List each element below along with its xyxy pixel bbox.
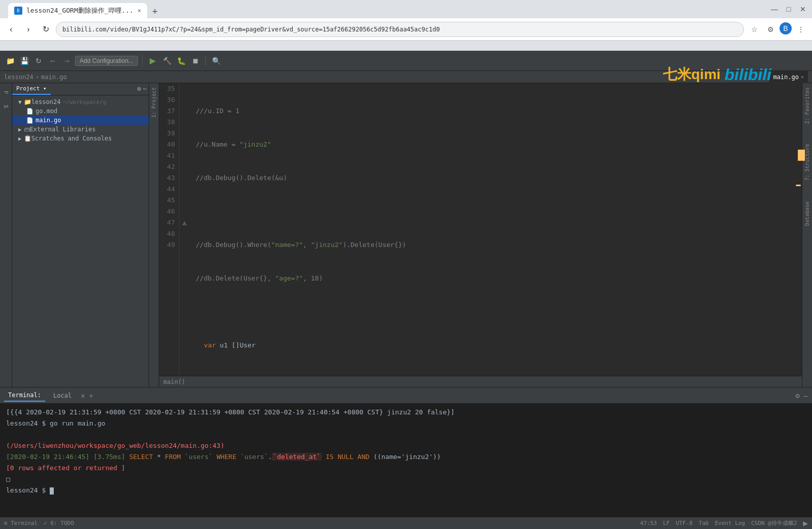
tree-label-gomod: go.mod [36,108,57,115]
new-tab-btn[interactable]: + [147,3,162,18]
editor-tab-label: main.go [773,74,799,81]
profile-btn[interactable]: B [780,22,792,34]
terminal-line-1: [{{4 2020-02-19 21:31:59 +0800 CST 2020-… [6,407,806,418]
editor-file-tab[interactable]: main.go ✕ [769,71,808,83]
file-icon-maingo: 📄 [26,117,33,124]
tree-label-maingo: main.go [36,117,61,124]
scroll-marker-warning [796,185,801,186]
terminal-line-5: [2020-02-19 21:46:45] [3.75ms] SELECT * … [6,451,806,463]
right-panel-labels: 2: Favorites 7: Structure Database [802,83,812,387]
forward-btn[interactable]: › [21,22,36,37]
browser-tab[interactable]: B lesson24_GORM删除操作_哔哩... × [8,3,147,18]
nav-icons: ☆ ⚙ B ⋮ [747,22,808,37]
save-btn[interactable]: 💾 [18,55,30,67]
extensions-btn[interactable]: ⚙ [763,22,778,37]
tab-close-btn[interactable]: × [137,7,141,14]
tree-item-external[interactable]: ▶ 🗃 External Libraries [12,125,149,134]
warning-icon-47: ⚠ [180,217,190,228]
terminal-tab[interactable]: Terminal: [4,390,45,402]
editor-content: 35 36 37 38 39 40 41 42 43 44 45 46 47 4… [159,83,802,376]
structure-icon[interactable]: S [1,101,11,112]
address-bar[interactable]: bilibili.com/video/BV1gJ411p7xC/?p=24&sp… [56,22,744,37]
tab-title: lesson24_GORM删除操作_哔哩... [26,6,133,15]
event-log[interactable]: Event Log [715,520,745,526]
close-btn[interactable]: ✕ [798,4,808,14]
terminal-minimize-icon[interactable]: – [804,392,808,400]
vert-label-structure[interactable]: 7: Structure [804,144,810,181]
breadcrumb-lesson24[interactable]: lesson24 [4,74,33,81]
terminal-header-right: ⚙ – [795,392,808,400]
project-tree: ▼ 📁 lesson24 ~/workspace/g 📄 go.mod 📄 ma… [12,95,149,387]
ide-body: P S Project ▾ ⚙ – ▼ 📁 lesson24 ~/workspa… [0,83,812,387]
tree-item-maingo[interactable]: 📄 main.go [12,116,149,125]
terminal-line-8: lesson24 $ [6,485,806,496]
terminal-settings-icon[interactable]: ⚙ [795,392,799,400]
code-line-42: var u1 []User [196,340,789,351]
menu-btn[interactable]: ⋮ [794,22,808,37]
forward-ide-btn[interactable]: → [61,55,73,67]
local-tab[interactable]: Local [49,390,76,401]
breadcrumb-maingo[interactable]: main.go [41,74,67,81]
panel-settings-icon[interactable]: ⚙ [137,85,141,93]
gutter: ⚠ [180,83,190,376]
terminal-line-3 [6,429,806,440]
tree-hint-lesson24: ~/workspace/g [62,99,106,105]
ide-container: 📁 💾 ↻ ← → Add Configuration... ▶ 🔨 🐛 ⏹ 🔍… [0,51,812,529]
browser-chrome: B lesson24_GORM删除操作_哔哩... × + — □ ✕ ‹ › … [0,0,812,51]
code-line-36: //u.Name = "jinzu2" [196,139,789,150]
reload-btn[interactable]: ↻ [39,22,53,37]
right-gutter [795,83,802,376]
project-panel: Project ▾ ⚙ – ▼ 📁 lesson24 ~/workspace/g [12,83,149,387]
title-bar: B lesson24_GORM删除操作_哔哩... × + — □ ✕ [0,0,812,18]
run-btn[interactable]: ▶ [147,55,159,67]
search-btn[interactable]: 🔍 [210,55,222,67]
todo-status-tab[interactable]: ✓ 6: TODO [44,520,74,526]
nav-bar: ‹ › ↻ bilibili.com/video/BV1gJ411p7xC/?p… [0,18,812,41]
tab-close-local[interactable]: ✕ [81,392,85,400]
code-line-39: //db.Debug().Where("name=?", "jinzu2").D… [196,239,789,251]
vert-label-project[interactable]: 1: Project [151,87,157,118]
add-terminal-btn[interactable]: + [89,392,93,400]
ide-toolbar: 📁 💾 ↻ ← → Add Configuration... ▶ 🔨 🐛 ⏹ 🔍 [0,51,812,71]
maximize-btn[interactable]: □ [784,4,794,14]
terminal-content[interactable]: [{{4 2020-02-19 21:31:59 +0800 CST 2020-… [0,404,812,517]
terminal-line-2: lesson24 $ go run main.go [6,418,806,429]
folder-icon-lesson24: 📁 [24,98,31,105]
code-line-38 [196,206,789,217]
status-right: 47:53 LF UTF-8 Tab Event Log CSDN @待牛成蛾2… [640,518,808,528]
back-ide-btn[interactable]: ← [47,55,59,67]
folder-btn[interactable]: 📁 [4,55,16,67]
project-icon[interactable]: P [1,87,11,97]
code-editor[interactable]: ///u.ID = 1 //u.Name = "jinzu2" //db.Deb… [190,83,795,376]
bookmark-btn[interactable]: ☆ [747,22,761,37]
panel-collapse-icon[interactable]: – [143,85,147,93]
stop-btn[interactable]: ⏹ [189,55,201,67]
code-line-37: //db.Debug().Delete(&u) [196,172,789,184]
refresh-btn[interactable]: ↻ [32,55,45,67]
back-btn[interactable]: ‹ [4,22,18,37]
minimize-btn[interactable]: — [769,4,780,14]
config-btn[interactable]: Add Configuration... [75,56,138,66]
code-line-40: //db.Delete(User{}, "age=?", 18) [196,273,789,284]
terminal-area: Terminal: Local ✕ + ⚙ – [{{4 2020-02-19 … [0,387,812,529]
cursor-position: 47:53 [640,520,657,526]
status-bar: ≡ Terminal ✓ 6: TODO 47:53 LF UTF-8 Tab … [0,517,812,529]
debug-btn[interactable]: 🐛 [175,55,187,67]
folder-icon-scratches: ▶ [18,135,22,142]
vert-label-favorites[interactable]: 2: Favorites [804,87,810,124]
line-numbers: 35 36 37 38 39 40 41 42 43 44 45 46 47 4… [159,83,180,376]
external-icon: 🗃 [24,126,30,133]
tree-item-scratches[interactable]: ▶ 📋 Scratches and Consoles [12,134,149,143]
editor-area: 35 36 37 38 39 40 41 42 43 44 45 46 47 4… [159,83,802,387]
indent-type: Tab [699,520,709,526]
terminal-status-tab[interactable]: ≡ Terminal [4,520,38,526]
play-icon[interactable]: ▶ [803,518,808,528]
tree-item-gomod[interactable]: 📄 go.mod [12,107,149,116]
vert-label-database[interactable]: Database [804,201,810,226]
scratches-icon: 📋 [24,135,31,142]
tree-item-lesson24[interactable]: ▼ 📁 lesson24 ~/workspace/g [12,97,149,107]
build-btn[interactable]: 🔨 [161,55,173,67]
project-tab[interactable]: Project ▾ [12,83,51,95]
charset: UTF-8 [676,520,692,526]
window-controls: — □ ✕ [769,4,808,14]
